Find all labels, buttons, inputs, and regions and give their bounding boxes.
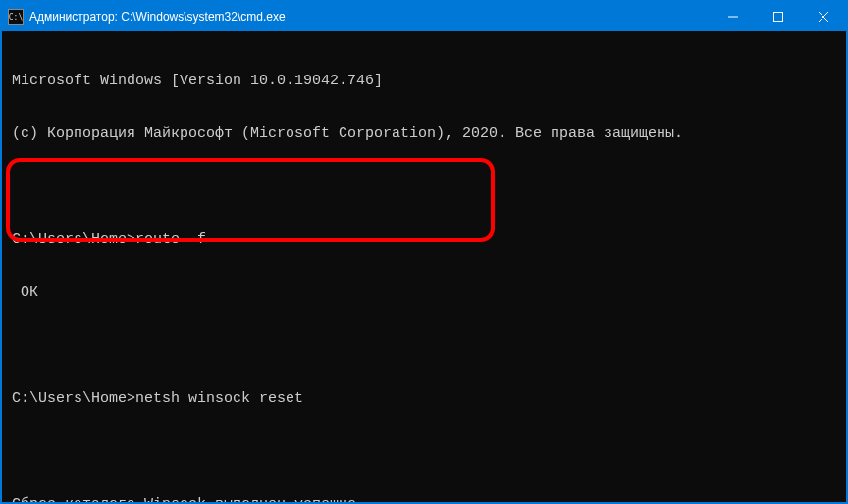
command-prompt-window: C:\ Администратор: C:\Windows\system32\c… [0,0,848,504]
output-line [12,443,836,461]
client-area: Microsoft Windows [Version 10.0.19042.74… [2,31,846,502]
output-line: C:\Users\Home>route -f [12,231,836,249]
maximize-button[interactable] [756,2,801,31]
svg-rect-0 [774,13,783,22]
cmd-icon: C:\ [8,9,24,25]
output-line: (c) Корпорация Майкрософт (Microsoft Cor… [12,126,836,143]
minimize-button[interactable] [711,2,756,31]
terminal-output[interactable]: Microsoft Windows [Version 10.0.19042.74… [2,31,846,502]
window-title: Администратор: C:\Windows\system32\cmd.e… [29,10,711,24]
output-line: Сброс каталога Winsock выполнен успешно. [12,496,836,502]
output-line [12,178,836,196]
window-controls [711,2,846,31]
output-line [12,337,836,355]
output-line: Microsoft Windows [Version 10.0.19042.74… [12,73,836,90]
output-line: C:\Users\Home>netsh winsock reset [12,390,836,408]
close-button[interactable] [801,2,846,31]
output-line: ОК [12,284,836,302]
titlebar[interactable]: C:\ Администратор: C:\Windows\system32\c… [2,2,846,31]
